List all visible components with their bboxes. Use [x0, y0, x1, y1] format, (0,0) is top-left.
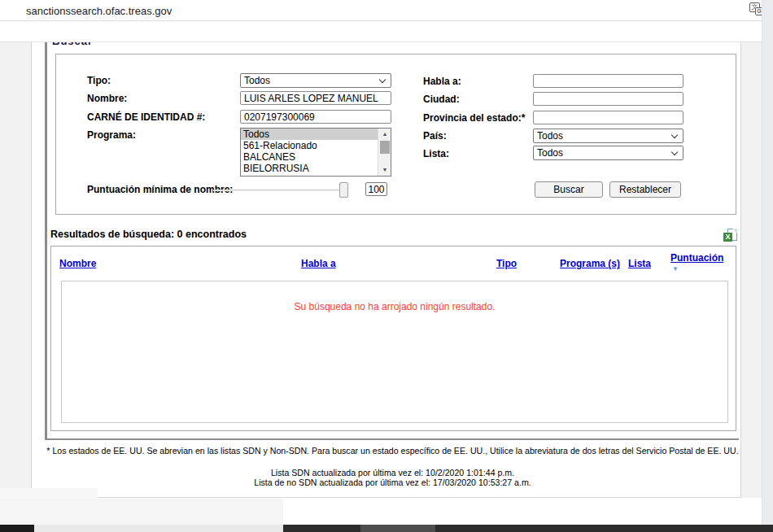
column-lista[interactable]: Lista: [628, 258, 651, 269]
footer-divider: [45, 438, 739, 440]
provincia-label: Provincia del estado:*: [423, 112, 525, 124]
restablecer-button[interactable]: Restablecer: [609, 181, 681, 198]
non-sdn-updated-text: Lista de no SDN actualizada por última v…: [46, 477, 740, 487]
section-title-clipped: Buscar: [52, 42, 109, 48]
state-abbrev-footnote: * Los estados de EE. UU. Se abrevian en …: [46, 446, 740, 456]
bottom-left-block-2: [0, 499, 283, 525]
lista-select[interactable]: Todos: [533, 146, 683, 160]
min-score-slider-track: [213, 190, 341, 191]
bottom-scrollbar-track[interactable]: [34, 525, 283, 532]
lista-select-value: Todos: [537, 147, 563, 159]
ciudad-input[interactable]: [533, 92, 683, 106]
address-bar[interactable]: sanctionssearch.ofac.treas.gov: [0, 0, 773, 21]
page-right-margin: [741, 42, 762, 498]
tipo-select[interactable]: Todos: [240, 73, 391, 88]
chevron-down-icon: [379, 76, 386, 83]
column-nombre[interactable]: Nombre: [59, 258, 96, 269]
provincia-input[interactable]: [533, 111, 683, 124]
programa-option[interactable]: 561-Relacionado: [241, 140, 391, 151]
column-programa[interactable]: Programa (s): [560, 258, 620, 269]
tipo-select-value: Todos: [244, 75, 270, 86]
programa-label: Programa:: [87, 129, 136, 141]
sdn-updated-text: Lista SDN actualizada por última vez el:…: [46, 468, 740, 477]
listbox-scrollbar[interactable]: ▲ ▼: [378, 129, 391, 176]
pais-label: País:: [423, 130, 447, 142]
excel-x-icon: X: [723, 233, 732, 242]
column-puntuacion[interactable]: Puntuación: [670, 252, 723, 264]
browser-scrollbar[interactable]: [762, 0, 773, 525]
column-tipo[interactable]: Tipo: [496, 258, 517, 269]
scroll-down-icon[interactable]: ▼: [378, 164, 391, 176]
programa-option[interactable]: Todos: [241, 129, 391, 140]
no-results-message: Su búsqueda no ha arrojado ningún result…: [61, 301, 728, 312]
min-score-label: Puntuación mínima de nombre:: [87, 184, 233, 195]
pais-select[interactable]: Todos: [533, 129, 683, 143]
url-text[interactable]: sanctionssearch.ofac.treas.gov: [26, 5, 172, 17]
pais-select-value: Todos: [537, 130, 563, 142]
scrollbar-thumb[interactable]: [380, 141, 390, 154]
bottom-left-block: [0, 488, 98, 499]
habla-label: Habla a:: [423, 76, 461, 87]
programa-option[interactable]: BIELORRUSIA: [241, 163, 391, 174]
lista-label: Lista:: [423, 148, 449, 159]
min-score-input[interactable]: [365, 182, 387, 196]
export-excel-icon[interactable]: X: [723, 229, 737, 242]
bottom-bar-right: [283, 525, 773, 532]
sort-desc-icon[interactable]: ▼: [672, 265, 679, 273]
bookmarks-bar: ✆ WhatsApp C EXA Starcom Online b Banco …: [0, 21, 773, 42]
habla-input[interactable]: [533, 74, 683, 88]
page-left-margin: [0, 42, 31, 498]
results-summary: Resultados de búsqueda: 0 encontrados: [50, 229, 247, 240]
bottom-scrollbar-thumb[interactable]: [360, 525, 435, 532]
frame-left-border: [45, 42, 47, 440]
tipo-label: Tipo:: [87, 75, 111, 86]
buscar-button[interactable]: Buscar: [535, 181, 603, 198]
id-label: CARNÉ DE IDENTIDAD #:: [87, 111, 205, 123]
nombre-label: Nombre:: [87, 93, 127, 104]
programa-listbox[interactable]: Todos 561-Relacionado BALCANES BIELORRUS…: [240, 128, 391, 177]
bottom-bar-left: [0, 525, 34, 532]
chevron-down-icon: [671, 132, 678, 138]
nombre-input[interactable]: [240, 91, 391, 105]
scroll-up-icon[interactable]: ▲: [378, 129, 391, 140]
programa-option[interactable]: BALCANES: [241, 151, 391, 163]
column-habla-a[interactable]: Habla a: [301, 258, 336, 269]
min-score-slider-thumb[interactable]: [339, 182, 348, 198]
id-input[interactable]: [240, 110, 391, 124]
ciudad-label: Ciudad:: [423, 94, 460, 105]
chevron-down-icon: [671, 149, 678, 155]
